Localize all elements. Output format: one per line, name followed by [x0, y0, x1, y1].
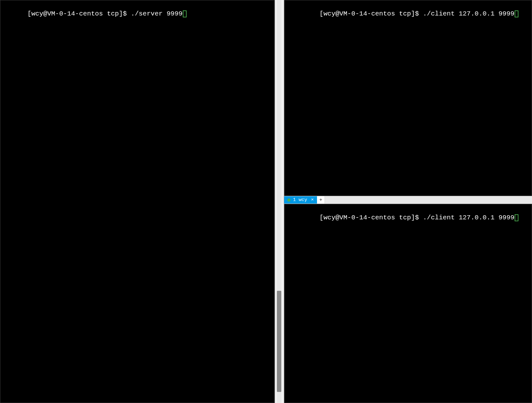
add-tab-button[interactable]: +: [317, 196, 325, 204]
tab-label: 1 wcy: [293, 197, 307, 203]
shell-prompt: [wcy@VM-0-14-centos tcp]$: [320, 10, 423, 17]
cursor-icon: [183, 10, 187, 17]
right-container: [wcy@VM-0-14-centos tcp]$ ./client 127.0…: [284, 0, 532, 403]
terminal-output: [wcy@VM-0-14-centos tcp]$ ./client 127.0…: [284, 204, 532, 231]
shell-prompt: [wcy@VM-0-14-centos tcp]$: [320, 214, 423, 221]
pane-divider[interactable]: [275, 0, 284, 403]
tab-bar: 1 wcy × +: [284, 196, 532, 204]
shell-prompt: [wcy@VM-0-14-centos tcp]$: [27, 10, 131, 17]
terminal-layout: [wcy@VM-0-14-centos tcp]$ ./server 9999 …: [0, 0, 532, 403]
close-icon[interactable]: ×: [311, 197, 314, 203]
session-tab[interactable]: 1 wcy ×: [284, 196, 317, 204]
terminal-output: [wcy@VM-0-14-centos tcp]$ ./client 127.0…: [284, 0, 532, 27]
status-dot-icon: [287, 198, 290, 202]
shell-command: ./server 9999: [131, 10, 182, 17]
left-terminal-pane[interactable]: [wcy@VM-0-14-centos tcp]$ ./server 9999: [0, 0, 275, 403]
terminal-output: [wcy@VM-0-14-centos tcp]$ ./server 9999: [0, 0, 274, 27]
right-top-terminal-pane[interactable]: [wcy@VM-0-14-centos tcp]$ ./client 127.0…: [284, 0, 532, 196]
scrollbar-thumb[interactable]: [277, 291, 281, 392]
shell-command: ./client 127.0.0.1 9999: [423, 214, 514, 221]
right-bottom-terminal-pane[interactable]: [wcy@VM-0-14-centos tcp]$ ./client 127.0…: [284, 204, 532, 403]
cursor-icon: [515, 214, 518, 221]
shell-command: ./client 127.0.0.1 9999: [423, 10, 514, 17]
cursor-icon: [515, 10, 518, 17]
plus-icon: +: [319, 197, 322, 203]
